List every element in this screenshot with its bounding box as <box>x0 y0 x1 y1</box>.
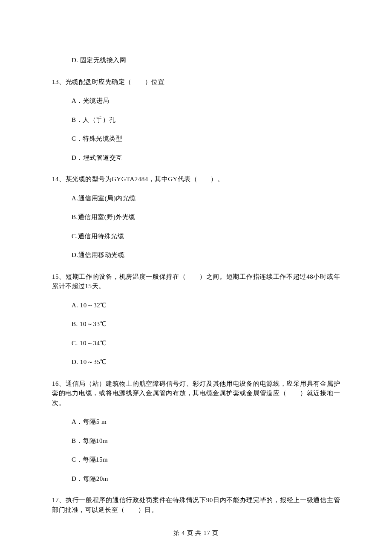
q13-option-d: D．埋式管道交互 <box>52 153 340 163</box>
q15-option-d: D. 10～35℃ <box>52 357 340 367</box>
q14-option-c: C.通信用特殊光缆 <box>52 231 340 241</box>
page-footer: 第 4 页 共 17 页 <box>0 529 392 537</box>
q15-stem: 15、短期工作的设备，机房温度一般保持在（ ）之间。短期工作指连续工作不超过48… <box>52 272 340 291</box>
page-content: D. 固定无线接入网 13、光缆配盘时应先确定（ ）位置 A．光缆进局 B．人（… <box>0 0 392 515</box>
q13-option-a: A．光缆进局 <box>52 96 340 106</box>
q16-option-d: D．每隔20m <box>52 474 340 484</box>
q14-option-a: A.通信用室(局)内光缆 <box>52 194 340 203</box>
q16-option-a: A．每隔5 m <box>52 417 340 427</box>
q16-stem: 16、通信局（站）建筑物上的航空障碍信号灯、彩灯及其他用电设备的电源线，应采用具… <box>52 379 340 408</box>
q15-option-a: A. 10～32℃ <box>52 301 340 310</box>
q14-option-d: D.通信用移动光缆 <box>52 250 340 260</box>
q14-stem: 14、某光缆的型号为GYGTA2484，其中GY代表（ ）。 <box>52 174 340 184</box>
q15-option-b: B. 10～33℃ <box>52 319 340 329</box>
q16-option-c: C．每隔15m <box>52 455 340 465</box>
q15-option-c: C. 10～34℃ <box>52 338 340 348</box>
q13-option-c: C．特殊光缆类型 <box>52 134 340 144</box>
q13-stem: 13、光缆配盘时应先确定（ ）位置 <box>52 77 340 87</box>
q17-stem: 17、执行一般程序的通信行政处罚案件在特殊情况下90日内不能办理完毕的，报经上一… <box>52 495 340 515</box>
q14-option-b: B.通信用室(野)外光缆 <box>52 212 340 222</box>
q16-option-b: B．每隔10m <box>52 436 340 446</box>
q13-option-b: B．人（手）孔 <box>52 115 340 125</box>
q12-option-d: D. 固定无线接入网 <box>52 55 340 65</box>
